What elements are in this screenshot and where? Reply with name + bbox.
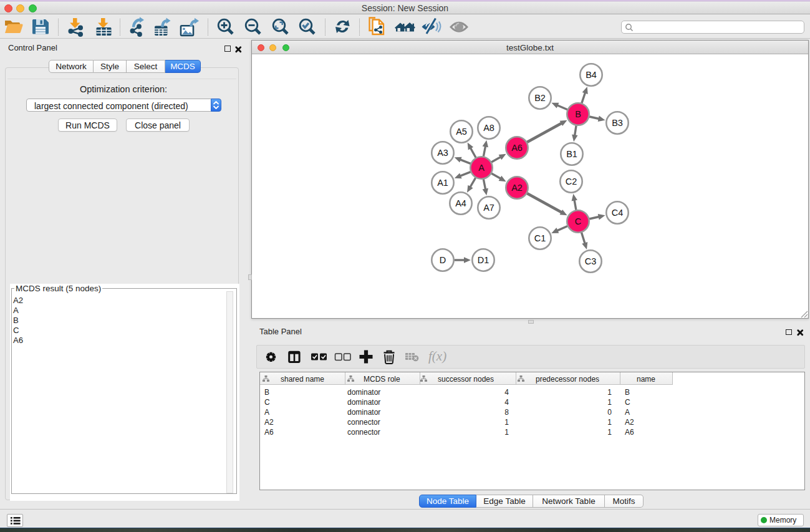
svg-text:D: D xyxy=(440,255,446,265)
svg-text:B4: B4 xyxy=(586,70,597,80)
svg-text:B3: B3 xyxy=(612,118,623,128)
svg-text:B1: B1 xyxy=(566,149,577,159)
svg-text:B2: B2 xyxy=(534,93,546,103)
svg-text:D1: D1 xyxy=(478,255,489,265)
svg-text:A2: A2 xyxy=(511,183,523,193)
svg-text:C1: C1 xyxy=(534,233,546,243)
svg-text:A1: A1 xyxy=(437,178,448,188)
svg-text:C2: C2 xyxy=(566,177,577,186)
svg-text:A3: A3 xyxy=(437,148,448,158)
svg-text:A5: A5 xyxy=(456,127,467,137)
svg-text:A: A xyxy=(478,163,485,173)
svg-text:f(x): f(x) xyxy=(428,349,446,364)
svg-text:A6: A6 xyxy=(511,143,523,153)
svg-text:A7: A7 xyxy=(483,203,494,213)
svg-text:A4: A4 xyxy=(455,198,466,208)
svg-text:A8: A8 xyxy=(483,123,494,133)
svg-text:C3: C3 xyxy=(585,256,597,266)
svg-text:C: C xyxy=(575,216,581,226)
svg-text:B: B xyxy=(575,109,581,119)
svg-text:C4: C4 xyxy=(612,208,624,218)
